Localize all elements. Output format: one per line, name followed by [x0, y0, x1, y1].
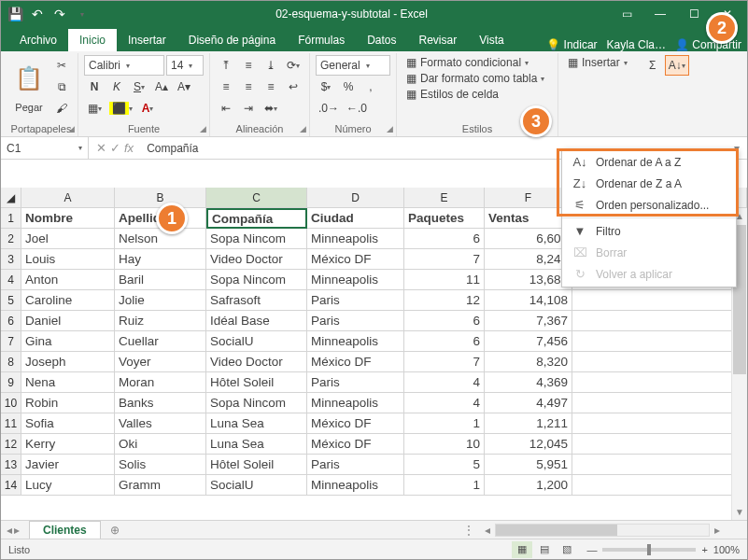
- data-cell[interactable]: Joel: [21, 229, 115, 249]
- align-bottom-button[interactable]: ⤓: [261, 55, 281, 76]
- redo-button[interactable]: ↷: [49, 4, 70, 24]
- data-cell[interactable]: Sopa Nincom: [206, 270, 307, 290]
- data-cell[interactable]: Banks: [115, 393, 206, 413]
- decrease-decimal-button[interactable]: ←.0: [344, 98, 370, 119]
- data-cell[interactable]: Minneapolis: [307, 229, 404, 249]
- data-cell[interactable]: México DF: [307, 434, 404, 455]
- menu-sort-custom[interactable]: ⚟Orden personalizado...: [562, 194, 736, 216]
- col-header-C[interactable]: C: [206, 188, 307, 208]
- data-cell[interactable]: 4: [404, 393, 485, 413]
- data-cell[interactable]: Minneapolis: [307, 393, 404, 413]
- data-cell[interactable]: 7,456: [485, 331, 572, 352]
- data-cell[interactable]: Nena: [21, 372, 115, 393]
- font-dialog-icon[interactable]: ◢: [200, 124, 206, 133]
- row-header-6[interactable]: 6: [1, 311, 21, 331]
- row-header-2[interactable]: 2: [1, 229, 21, 249]
- format-table-button[interactable]: ▦Dar formato como tabla▾: [402, 71, 552, 86]
- col-header-A[interactable]: A: [21, 188, 115, 208]
- ribbon-options-icon[interactable]: ▭: [611, 4, 642, 24]
- align-middle-button[interactable]: ≡: [238, 55, 259, 76]
- data-cell[interactable]: Baril: [115, 270, 206, 290]
- data-cell[interactable]: 1,211: [485, 413, 572, 434]
- data-cell[interactable]: Video Doctor: [206, 249, 307, 270]
- zoom-out-button[interactable]: —: [586, 544, 597, 555]
- data-cell[interactable]: Voyer: [115, 352, 206, 372]
- data-cell[interactable]: 8,320: [485, 352, 572, 372]
- new-sheet-button[interactable]: ⊕: [101, 524, 129, 537]
- row-header-14[interactable]: 14: [1, 475, 21, 496]
- data-cell[interactable]: Hôtel Soleil: [206, 372, 307, 393]
- decrease-indent-button[interactable]: ⇤: [216, 98, 236, 119]
- data-cell[interactable]: 14,108: [485, 290, 572, 311]
- data-cell[interactable]: 11: [404, 270, 485, 290]
- view-pagebreak-button[interactable]: ▧: [557, 541, 577, 558]
- data-cell[interactable]: Caroline: [21, 290, 115, 311]
- merge-button[interactable]: ⬌▾: [261, 98, 281, 119]
- align-center-button[interactable]: ≡: [238, 77, 259, 97]
- data-cell[interactable]: Javier: [21, 455, 115, 475]
- col-header-B[interactable]: B: [115, 188, 206, 208]
- qat-customize[interactable]: ▾: [72, 4, 92, 24]
- number-format-combo[interactable]: General▾: [316, 55, 390, 76]
- data-cell[interactable]: Hay: [115, 249, 206, 270]
- data-cell[interactable]: Oki: [115, 434, 206, 455]
- data-cell[interactable]: Luna Sea: [206, 413, 307, 434]
- accounting-button[interactable]: $▾: [316, 77, 336, 97]
- data-cell[interactable]: Sopa Nincom: [206, 229, 307, 249]
- data-cell[interactable]: 12: [404, 290, 485, 311]
- copy-button[interactable]: ⧉: [51, 77, 72, 97]
- borders-button[interactable]: ▦▾: [84, 98, 105, 119]
- cancel-formula-icon[interactable]: ✕: [96, 141, 106, 155]
- increase-font-button[interactable]: A▴: [151, 77, 172, 97]
- header-cell[interactable]: Nombre: [21, 208, 115, 229]
- autosum-button[interactable]: Σ: [642, 55, 663, 76]
- conditional-format-button[interactable]: ▦Formato condicional▾: [402, 55, 552, 70]
- menu-filter[interactable]: ▼Filtro: [562, 220, 736, 242]
- number-dialog-icon[interactable]: ◢: [387, 124, 393, 133]
- data-cell[interactable]: Anton: [21, 270, 115, 290]
- header-cell[interactable]: Ciudad: [307, 208, 404, 229]
- col-header-E[interactable]: E: [404, 188, 485, 208]
- horizontal-scrollbar[interactable]: ⋮ ◂ ▸: [129, 524, 747, 537]
- decrease-font-button[interactable]: A▾: [174, 77, 194, 97]
- zoom-level[interactable]: 100%: [713, 544, 740, 555]
- tab-inicio[interactable]: Inicio: [68, 29, 117, 51]
- font-size-combo[interactable]: 14▾: [166, 55, 204, 76]
- tab-vista[interactable]: Vista: [468, 29, 515, 51]
- tab-formulas[interactable]: Fórmulas: [287, 29, 356, 51]
- orientation-button[interactable]: ⟳▾: [283, 55, 303, 76]
- enter-formula-icon[interactable]: ✓: [110, 141, 120, 155]
- data-cell[interactable]: Paris: [307, 290, 404, 311]
- data-cell[interactable]: 4,369: [485, 372, 572, 393]
- tab-insertar[interactable]: Insertar: [117, 29, 177, 51]
- fill-color-button[interactable]: ⬛▾: [106, 98, 135, 119]
- increase-decimal-button[interactable]: .0→: [316, 98, 342, 119]
- data-cell[interactable]: Lucy: [21, 475, 115, 496]
- bold-button[interactable]: N: [84, 77, 105, 97]
- select-all-corner[interactable]: ◢: [1, 188, 21, 208]
- scroll-down-icon[interactable]: ▼: [732, 504, 747, 520]
- data-cell[interactable]: Robin: [21, 393, 115, 413]
- row-header-12[interactable]: 12: [1, 434, 21, 455]
- data-cell[interactable]: Kerry: [21, 434, 115, 455]
- header-cell[interactable]: Paquetes: [404, 208, 485, 229]
- data-cell[interactable]: SocialU: [206, 331, 307, 352]
- menu-sort-az[interactable]: A↓Ordenar de A a Z: [562, 151, 736, 173]
- maximize-button[interactable]: ☐: [678, 4, 710, 24]
- insert-cells-button[interactable]: ▦Insertar▾: [564, 55, 631, 70]
- row-header-5[interactable]: 5: [1, 290, 21, 311]
- paste-button[interactable]: 📋 Pegar: [10, 55, 48, 117]
- data-cell[interactable]: Hôtel Soleil: [206, 455, 307, 475]
- percent-button[interactable]: %: [338, 77, 359, 97]
- data-cell[interactable]: 1,200: [485, 475, 572, 496]
- italic-button[interactable]: K: [106, 77, 127, 97]
- cut-button[interactable]: ✂: [51, 55, 72, 76]
- sheet-nav-next[interactable]: ▸: [14, 524, 20, 537]
- user-name[interactable]: Kayla Cla…: [607, 38, 666, 51]
- data-cell[interactable]: 6: [404, 229, 485, 249]
- row-header-11[interactable]: 11: [1, 413, 21, 434]
- tab-revisar[interactable]: Revisar: [408, 29, 469, 51]
- data-cell[interactable]: Minneapolis: [307, 270, 404, 290]
- row-header-8[interactable]: 8: [1, 352, 21, 372]
- fx-icon[interactable]: fx: [124, 141, 134, 155]
